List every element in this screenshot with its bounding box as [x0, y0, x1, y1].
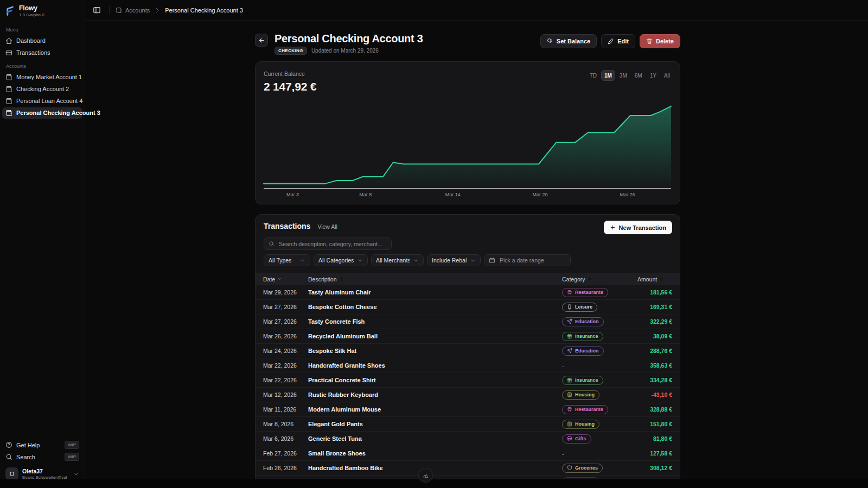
transaction-description: Practical Concrete Shirt — [308, 377, 562, 383]
breadcrumb-current: Personal Checking Account 3 — [165, 7, 243, 14]
sidebar-toggle-button[interactable] — [90, 4, 103, 17]
transaction-date: Mar 8, 2026 — [263, 421, 308, 427]
breadcrumb-accounts[interactable]: Accounts — [116, 7, 150, 14]
new-transaction-button[interactable]: New Transaction — [604, 221, 672, 234]
category-badge-housing: Housing — [562, 390, 599, 400]
search-icon — [5, 453, 12, 460]
transaction-amount: 358,63 € — [637, 362, 672, 369]
transaction-amount: 328,88 € — [637, 406, 672, 413]
calendar-icon — [489, 257, 495, 264]
column-header-category[interactable]: Category — [562, 276, 637, 282]
updated-text: Updated on March 29, 2026 — [311, 48, 379, 54]
chevron-right-icon — [154, 7, 161, 14]
wallet-icon — [116, 7, 122, 14]
transaction-row[interactable]: Feb 27, 2026 Small Bronze Shoes - 127,58… — [256, 446, 680, 461]
transaction-date: Mar 12, 2026 — [263, 391, 308, 398]
x-axis-tick: Mar 14 — [445, 192, 461, 197]
app-version: 1.0.0-alpha.0 — [19, 12, 44, 17]
x-axis-tick: Mar 3 — [286, 192, 299, 197]
column-header-description[interactable]: Description — [308, 276, 562, 282]
wip-badge: WIP — [65, 453, 79, 461]
transaction-row[interactable]: Mar 24, 2026 Bespoke Silk Hat Education … — [256, 344, 680, 358]
credit-card-icon — [5, 49, 12, 56]
edit-button[interactable]: Edit — [601, 34, 635, 48]
sidebar-item-personal-checking-account-3[interactable]: Personal Checking Account 3 — [2, 107, 82, 119]
transaction-date: Mar 27, 2026 — [263, 304, 308, 310]
sidebar: Flowy 1.0.0-alpha.0 Menu Dashboard Trans… — [0, 0, 85, 488]
transaction-description: Small Bronze Shoes — [308, 450, 562, 457]
filter-all-types[interactable]: All Types — [264, 254, 310, 266]
transaction-search — [264, 237, 392, 250]
education-icon — [567, 319, 572, 324]
balance-chart — [264, 97, 671, 188]
transaction-date: Mar 26, 2026 — [263, 333, 308, 339]
sidebar-item-checking-account-2[interactable]: Checking Account 2 — [2, 84, 82, 95]
search-input[interactable] — [278, 240, 387, 248]
delete-button[interactable]: Delete — [640, 34, 680, 48]
transaction-row[interactable]: Mar 11, 2026 Modern Aluminum Mouse Resta… — [256, 402, 680, 417]
panel-toggle-icon — [93, 6, 101, 14]
app-name: Flowy — [19, 5, 44, 12]
filter-all-categories[interactable]: All Categories — [314, 254, 368, 266]
transaction-date: Mar 22, 2026 — [263, 377, 308, 383]
range-button-1m[interactable]: 1M — [601, 70, 615, 81]
sidebar-accounts-label: Accounts — [0, 59, 85, 71]
help-circle-icon — [5, 441, 12, 448]
transaction-row[interactable]: Mar 27, 2026 Bespoke Cotton Cheese Leisu… — [256, 300, 680, 314]
sidebar-item-personal-loan-account-4[interactable]: Personal Loan Account 4 — [2, 95, 82, 107]
transaction-amount: 169,31 € — [637, 304, 672, 310]
range-button-1y[interactable]: 1Y — [647, 70, 660, 81]
transaction-row[interactable]: Mar 22, 2026 Handcrafted Granite Shoes -… — [256, 358, 680, 373]
account-type-badge: CHECKING — [275, 47, 307, 55]
chevron-down-icon — [299, 258, 305, 264]
transaction-description: Bespoke Silk Hat — [308, 348, 562, 354]
transaction-row[interactable]: Mar 26, 2026 Recycled Aluminum Ball Insu… — [256, 329, 680, 344]
sidebar-item-money-market-account-1[interactable]: Money Market Account 1 — [2, 72, 82, 83]
sidebar-footer-list: Get Help WIP Search WIP — [0, 439, 85, 463]
back-button[interactable] — [255, 34, 268, 47]
transaction-row[interactable]: Feb 26, 2026 Handcrafted Bamboo Bike Gro… — [256, 461, 680, 476]
transaction-description: Elegant Gold Pants — [308, 421, 562, 427]
view-all-link[interactable]: View All — [317, 223, 337, 230]
sidebar-item-get-help[interactable]: Get Help WIP — [2, 439, 82, 451]
range-button-all[interactable]: All — [661, 70, 673, 81]
sidebar-item-search[interactable]: Search WIP — [2, 451, 82, 463]
transaction-date: Mar 6, 2026 — [263, 435, 308, 442]
insurance-icon — [567, 377, 572, 383]
transaction-row[interactable]: Mar 6, 2026 Generic Steel Tuna Gifts 81,… — [256, 432, 680, 446]
transaction-row[interactable]: Mar 8, 2026 Elegant Gold Pants Housing 1… — [256, 417, 680, 432]
set-balance-button[interactable]: Set Balance — [540, 34, 597, 48]
transaction-row[interactable]: Mar 22, 2026 Practical Concrete Shirt In… — [256, 373, 680, 388]
range-button-7d[interactable]: 7D — [586, 70, 600, 81]
category-badge-gifts: Gifts — [562, 434, 591, 444]
leisure-icon — [567, 304, 572, 310]
transaction-date: Mar 27, 2026 — [263, 318, 308, 325]
house-icon — [5, 37, 12, 44]
sidebar-accounts-list: Money Market Account 1 Checking Account … — [0, 71, 85, 119]
x-axis-tick: Mar 8 — [359, 192, 372, 197]
filter-all-merchants[interactable]: All Merchants — [371, 254, 424, 266]
date-range-picker[interactable]: Pick a date range — [484, 254, 571, 266]
range-button-6m[interactable]: 6M — [631, 70, 646, 81]
column-header-amount[interactable]: Amount — [637, 276, 678, 282]
transaction-row[interactable]: Mar 27, 2026 Tasty Concrete Fish Educati… — [256, 314, 680, 329]
range-selector: 7D1M3M6M1YAll — [586, 70, 673, 81]
plus-icon — [610, 224, 616, 230]
devtools-toggle[interactable] — [418, 468, 433, 483]
transaction-date: Mar 22, 2026 — [263, 362, 308, 369]
range-button-3m[interactable]: 3M — [616, 70, 630, 81]
transaction-row[interactable]: Mar 12, 2026 Rustic Rubber Keyboard Hous… — [256, 388, 680, 402]
category-badge-insurance: Insurance — [562, 332, 603, 341]
transaction-amount: 81,80 € — [637, 435, 672, 442]
transaction-row[interactable]: Mar 29, 2026 Tasty Aluminum Chair Restau… — [256, 285, 680, 300]
sidebar-item-transactions[interactable]: Transactions — [2, 47, 82, 59]
transaction-description: Generic Steel Tuna — [308, 435, 562, 442]
app-logo-block[interactable]: Flowy 1.0.0-alpha.0 — [0, 0, 85, 23]
devtools-mountains-icon — [422, 472, 429, 479]
coins-icon — [547, 38, 553, 44]
sidebar-item-dashboard[interactable]: Dashboard — [2, 35, 82, 47]
transaction-amount: 38,09 € — [637, 333, 672, 339]
filter-include-rebalance[interactable]: Include Rebalance — [427, 254, 481, 266]
column-header-date[interactable]: Date — [263, 276, 308, 282]
category-empty: - — [562, 451, 564, 457]
